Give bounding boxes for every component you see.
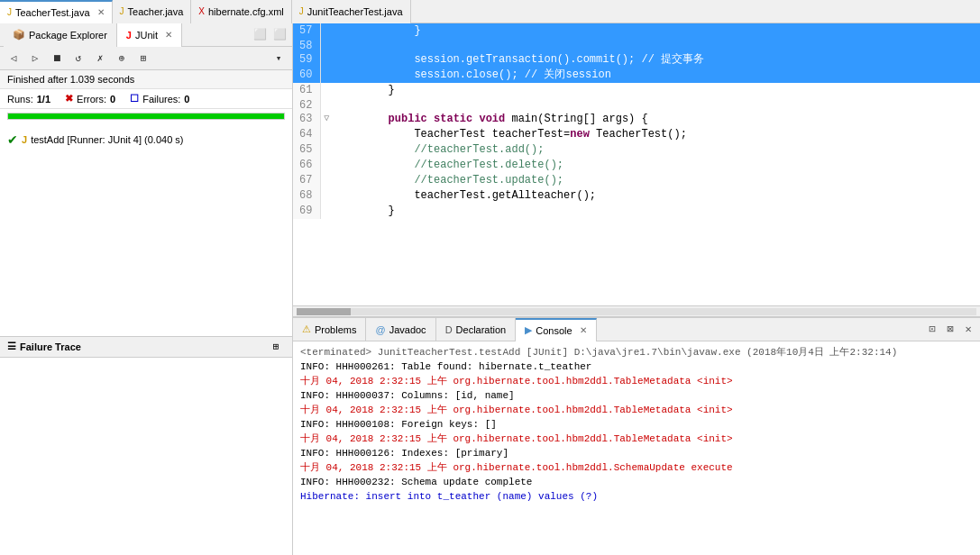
- collapse-marker: [320, 188, 333, 204]
- code-line-content: }: [333, 23, 980, 39]
- collapse-marker: [320, 204, 333, 219]
- java-icon-3: J: [299, 6, 304, 16]
- console-line: INFO: HHH000232: Schema update complete: [300, 475, 973, 489]
- junit-icon: J: [126, 30, 132, 41]
- nav-forward-btn[interactable]: ▷: [25, 50, 45, 68]
- code-line-content: }: [333, 83, 980, 98]
- tab-close-left[interactable]: ✕: [165, 30, 172, 40]
- tab-declaration[interactable]: D Declaration: [436, 318, 517, 341]
- tab-hibernate-cfg[interactable]: X hibernate.cfg.xml: [191, 0, 291, 23]
- nav-stop-btn[interactable]: ⏹: [47, 50, 67, 68]
- line-number: 60: [293, 68, 320, 83]
- nav-menu-btn[interactable]: ▾: [269, 50, 289, 68]
- console-line: 十月 04, 2018 2:32:15 上午 org.hibernate.too…: [300, 403, 973, 417]
- runs-item: Runs: 1/1: [7, 94, 50, 105]
- test-class-icon: J: [22, 134, 27, 145]
- right-content: 57 }5859 session.getTransaction().commit…: [293, 23, 980, 555]
- main-layout: 📦 Package Explorer J JUnit ✕ ⬜ ⬜ ◁ ▷ ⏹ ↺…: [0, 23, 980, 555]
- progress-bar: [8, 114, 284, 119]
- line-number: 66: [293, 158, 320, 173]
- code-editor[interactable]: 57 }5859 session.getTransaction().commit…: [293, 23, 980, 305]
- collapse-marker: [320, 39, 333, 52]
- line-number: 64: [293, 127, 320, 142]
- tab-console-close[interactable]: ✕: [580, 325, 587, 335]
- declaration-icon: D: [445, 324, 453, 335]
- nav-failures-btn[interactable]: ✗: [90, 50, 110, 68]
- collapse-marker: [320, 173, 333, 188]
- tab-teachertest[interactable]: J TeacherTest.java ✕: [0, 0, 113, 23]
- line-number: 68: [293, 188, 320, 204]
- collapse-marker: [320, 158, 333, 173]
- console-line: Hibernate: insert into t_teather (name) …: [300, 489, 973, 504]
- line-number: 58: [293, 39, 320, 52]
- junit-results-bar: Runs: 1/1 ✖ Errors: 0 ☐ Failures: 0: [0, 89, 292, 109]
- horizontal-scrollbar[interactable]: [293, 305, 980, 316]
- line-number: 69: [293, 204, 320, 219]
- line-number: 59: [293, 52, 320, 68]
- tab-console[interactable]: ▶ Console ✕: [516, 318, 596, 341]
- code-line-content: TeacherTest teacherTest=new TeacherTest(…: [333, 127, 980, 142]
- progress-container: [7, 113, 285, 120]
- console-icon: ▶: [525, 324, 532, 336]
- console-output[interactable]: <terminated> JunitTeacherTest.testAdd [J…: [293, 341, 980, 555]
- code-line-content: //teacherTest.update();: [333, 173, 980, 188]
- tab-junit-teacher[interactable]: J JunitTeacherTest.java: [292, 0, 411, 23]
- failure-trace-label: ☰ Failure Trace: [7, 341, 81, 352]
- tab-junit[interactable]: J JUnit ✕: [117, 23, 182, 47]
- bottom-panel: ⚠ Problems @ Javadoc D Declaration ▶ Con…: [293, 316, 980, 555]
- console-line: 十月 04, 2018 2:32:15 上午 org.hibernate.too…: [300, 374, 973, 388]
- nav-back-btn[interactable]: ◁: [4, 50, 23, 68]
- line-number: 57: [293, 23, 320, 39]
- failure-icon: ☐: [130, 93, 139, 105]
- javadoc-icon: @: [375, 324, 385, 335]
- nav-rerun-btn[interactable]: ↺: [69, 50, 88, 68]
- test-item-testadd[interactable]: ✔ J testAdd [Runner: JUnit 4] (0.040 s): [7, 131, 285, 149]
- code-line-content: public static void main(String[] args) {: [333, 112, 980, 127]
- xml-icon: X: [198, 6, 205, 16]
- left-panel: 📦 Package Explorer J JUnit ✕ ⬜ ⬜ ◁ ▷ ⏹ ↺…: [0, 23, 293, 555]
- collapse-marker: [320, 98, 333, 112]
- failure-trace-content: [0, 358, 292, 556]
- java-icon-2: J: [120, 6, 124, 16]
- maximize-left-btn[interactable]: ⬜: [270, 26, 289, 44]
- status-bar: Finished after 1.039 seconds: [0, 70, 292, 89]
- scroll-thumb[interactable]: [297, 308, 351, 315]
- test-pass-icon: ✔: [7, 132, 18, 147]
- collapse-marker: [320, 142, 333, 158]
- tab-close-button[interactable]: ✕: [97, 7, 105, 17]
- line-number: 63: [293, 112, 320, 127]
- console-clear-btn[interactable]: ⊡: [924, 322, 940, 338]
- code-line-content: session.getTransaction().commit(); // 提交…: [333, 52, 980, 68]
- code-line-content: teacherTest.getAllteacher();: [333, 188, 980, 204]
- code-line-content: //teacherTest.add();: [333, 142, 980, 158]
- minimize-left-btn[interactable]: ⬜: [251, 26, 269, 44]
- left-nav-toolbar: ◁ ▷ ⏹ ↺ ✗ ⊕ ⊞ ▾: [0, 47, 292, 70]
- collapse-marker: [320, 52, 333, 68]
- list-icon: ☰: [7, 341, 16, 352]
- tab-teacher[interactable]: J Teacher.java: [113, 0, 192, 23]
- code-line-content: [333, 39, 980, 52]
- code-line-content: [333, 98, 980, 112]
- java-icon: J: [7, 7, 12, 17]
- scroll-track[interactable]: [297, 308, 976, 315]
- trace-copy-btn[interactable]: ⊞: [267, 339, 285, 355]
- code-line-content: //teacherTest.delete();: [333, 158, 980, 173]
- package-explorer-icon: 📦: [13, 29, 25, 41]
- test-tree: ✔ J testAdd [Runner: JUnit 4] (0.040 s): [0, 123, 292, 336]
- console-line: INFO: HHH000126: Indexes: [primary]: [300, 446, 973, 460]
- problems-icon: ⚠: [302, 323, 311, 335]
- code-table: 57 }5859 session.getTransaction().commit…: [293, 23, 980, 219]
- console-line: 十月 04, 2018 2:32:15 上午 org.hibernate.too…: [300, 432, 973, 446]
- tab-problems[interactable]: ⚠ Problems: [293, 318, 366, 341]
- console-line: 十月 04, 2018 2:32:15 上午 org.hibernate.too…: [300, 460, 973, 475]
- nav-layout-btn[interactable]: ⊞: [133, 50, 153, 68]
- console-terminated-line: <terminated> JunitTeacherTest.testAdd [J…: [300, 345, 973, 359]
- tab-package-explorer[interactable]: 📦 Package Explorer: [4, 23, 117, 47]
- failure-trace-header: ☰ Failure Trace ⊞: [0, 336, 292, 358]
- tab-javadoc[interactable]: @ Javadoc: [366, 318, 435, 341]
- console-close-btn[interactable]: ✕: [960, 322, 976, 338]
- line-number: 67: [293, 173, 320, 188]
- console-scroll-lock-btn[interactable]: ⊠: [942, 322, 958, 338]
- collapse-marker[interactable]: ▽: [320, 112, 333, 127]
- nav-history-btn[interactable]: ⊕: [112, 50, 132, 68]
